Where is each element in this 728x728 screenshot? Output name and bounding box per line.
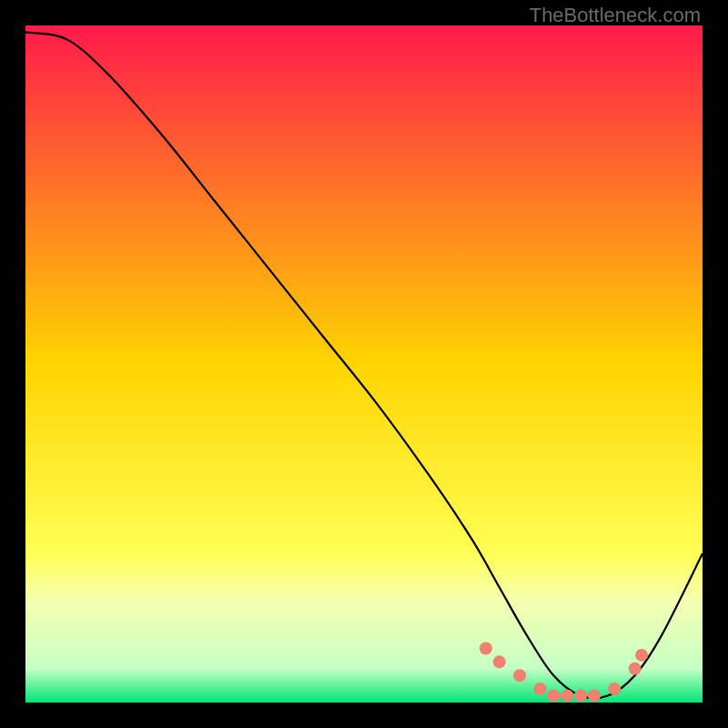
chart-svg (25, 25, 703, 703)
attribution-text: TheBottleneck.com (530, 4, 701, 27)
marker-point (480, 642, 492, 654)
marker-point (608, 682, 621, 695)
marker-point (561, 690, 573, 703)
marker-point (635, 649, 648, 662)
plot-area (25, 25, 703, 703)
marker-point (547, 690, 560, 703)
marker-point (533, 682, 546, 695)
marker-point (629, 662, 642, 675)
gradient-background (25, 25, 703, 703)
marker-point (574, 690, 587, 703)
marker-point (588, 690, 601, 703)
marker-point (513, 669, 526, 682)
chart-frame: TheBottleneck.com (0, 0, 728, 728)
marker-point (493, 655, 506, 668)
